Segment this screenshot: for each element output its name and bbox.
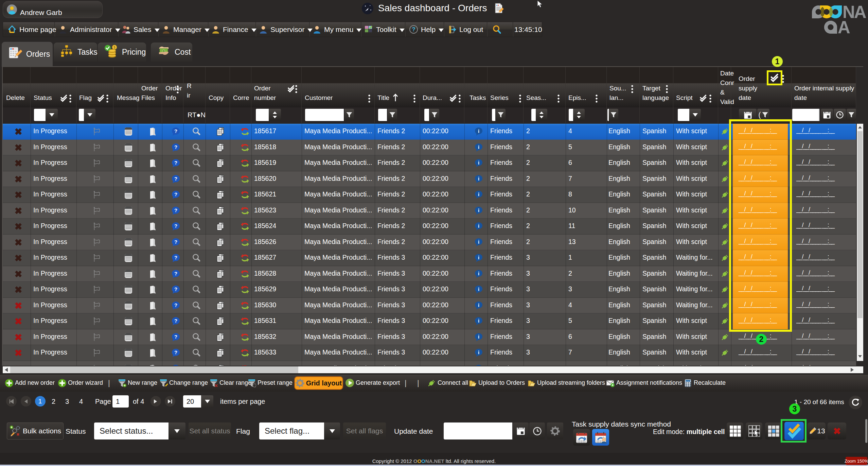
svg-text:?: ? — [174, 318, 177, 324]
svg-text:i: i — [478, 286, 479, 292]
svg-text:i: i — [478, 318, 479, 324]
svg-text:i: i — [478, 270, 479, 276]
svg-text:i: i — [478, 207, 479, 213]
svg-text:i: i — [478, 255, 479, 260]
svg-text:?: ? — [174, 334, 177, 340]
svg-text:?: ? — [174, 271, 177, 276]
svg-text:?: ? — [174, 239, 177, 245]
svg-text:i: i — [478, 175, 479, 181]
svg-text:i: i — [478, 239, 479, 244]
svg-text:?: ? — [174, 365, 177, 366]
svg-text:?: ? — [174, 207, 177, 213]
svg-text:?: ? — [412, 26, 415, 33]
svg-text:i: i — [478, 333, 479, 339]
svg-text:?: ? — [174, 255, 177, 260]
svg-text:?: ? — [174, 302, 177, 308]
svg-text:?: ? — [174, 349, 177, 355]
svg-text:i: i — [478, 223, 479, 229]
svg-text:A: A — [838, 18, 850, 35]
svg-text:i: i — [478, 302, 479, 308]
svg-text:i: i — [478, 191, 479, 197]
svg-text:?: ? — [174, 176, 177, 182]
svg-text:?: ? — [174, 144, 177, 150]
svg-text:?: ? — [174, 160, 177, 166]
svg-text:i: i — [478, 349, 479, 355]
svg-text:?: ? — [174, 223, 177, 229]
svg-text:i: i — [478, 365, 479, 366]
svg-text:?: ? — [174, 191, 177, 197]
svg-text:i: i — [478, 160, 479, 166]
svg-text:?: ? — [174, 128, 177, 134]
svg-text:i: i — [478, 144, 479, 150]
svg-text:?: ? — [174, 286, 177, 292]
svg-text:i: i — [478, 128, 479, 134]
